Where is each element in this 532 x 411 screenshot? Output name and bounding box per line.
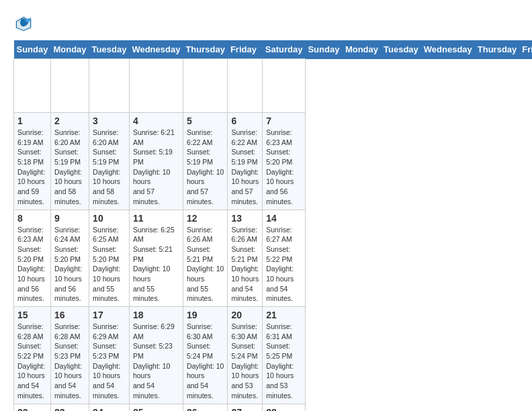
page-header: [13, 13, 519, 34]
calendar-cell: 15Sunrise: 6:28 AM Sunset: 5:22 PM Dayli…: [14, 307, 51, 404]
day-number: 1: [17, 116, 47, 126]
day-number: 4: [133, 116, 179, 126]
calendar-cell: 7Sunrise: 6:23 AM Sunset: 5:20 PM Daylig…: [263, 113, 306, 210]
calendar-cell: 16Sunrise: 6:28 AM Sunset: 5:23 PM Dayli…: [50, 307, 89, 404]
day-number: 19: [187, 310, 224, 320]
day-info: Sunrise: 6:28 AM Sunset: 5:23 PM Dayligh…: [54, 322, 85, 401]
day-number: 3: [93, 116, 126, 126]
calendar-cell: 2Sunrise: 6:20 AM Sunset: 5:19 PM Daylig…: [50, 113, 89, 210]
day-info: Sunrise: 6:25 AM Sunset: 5:20 PM Dayligh…: [93, 225, 126, 304]
calendar-cell: 12Sunrise: 6:26 AM Sunset: 5:21 PM Dayli…: [183, 210, 228, 307]
day-number: 22: [17, 407, 47, 412]
calendar-cell: 22Sunrise: 6:31 AM Sunset: 5:25 PM Dayli…: [14, 404, 51, 411]
day-number: 11: [133, 213, 179, 224]
calendar-cell: 17Sunrise: 6:29 AM Sunset: 5:23 PM Dayli…: [89, 307, 130, 404]
day-info: Sunrise: 6:28 AM Sunset: 5:22 PM Dayligh…: [17, 322, 47, 401]
day-number: 17: [93, 310, 126, 320]
calendar-cell: 21Sunrise: 6:31 AM Sunset: 5:25 PM Dayli…: [263, 307, 306, 404]
day-info: Sunrise: 6:29 AM Sunset: 5:23 PM Dayligh…: [93, 322, 126, 401]
day-number: 21: [266, 310, 302, 320]
calendar-cell: 28Sunrise: 6:34 AM Sunset: 5:29 PM Dayli…: [263, 404, 306, 411]
day-info: Sunrise: 6:20 AM Sunset: 5:19 PM Dayligh…: [93, 128, 126, 207]
week-row-4: 15Sunrise: 6:28 AM Sunset: 5:22 PM Dayli…: [14, 307, 533, 404]
calendar-cell: 6Sunrise: 6:22 AM Sunset: 5:19 PM Daylig…: [228, 113, 263, 210]
day-number: 2: [54, 116, 85, 126]
weekday-header-sunday: Sunday: [14, 40, 51, 59]
calendar-cell: 19Sunrise: 6:30 AM Sunset: 5:24 PM Dayli…: [183, 307, 228, 404]
calendar-cell: 5Sunrise: 6:22 AM Sunset: 5:19 PM Daylig…: [183, 113, 228, 210]
day-number: 5: [187, 116, 224, 126]
calendar-cell: 8Sunrise: 6:23 AM Sunset: 5:20 PM Daylig…: [14, 210, 51, 307]
weekday-header-tuesday: Tuesday: [381, 40, 421, 59]
week-row-2: 1Sunrise: 6:19 AM Sunset: 5:18 PM Daylig…: [14, 113, 533, 210]
weekday-header-friday: Friday: [228, 40, 263, 59]
calendar-cell: 25Sunrise: 6:33 AM Sunset: 5:27 PM Dayli…: [129, 404, 183, 411]
calendar-cell: 13Sunrise: 6:26 AM Sunset: 5:21 PM Dayli…: [228, 210, 263, 307]
day-number: 13: [231, 213, 259, 224]
weekday-header-wednesday: Wednesday: [421, 40, 475, 59]
day-number: 23: [54, 407, 85, 412]
calendar-cell: 23Sunrise: 6:32 AM Sunset: 5:26 PM Dayli…: [50, 404, 89, 411]
day-number: 6: [231, 116, 259, 126]
calendar-cell: 1Sunrise: 6:19 AM Sunset: 5:18 PM Daylig…: [14, 113, 51, 210]
calendar-cell: [263, 59, 306, 113]
calendar-cell: [89, 59, 130, 113]
calendar-cell: 14Sunrise: 6:27 AM Sunset: 5:22 PM Dayli…: [263, 210, 306, 307]
day-number: 27: [231, 407, 259, 412]
calendar-cell: 24Sunrise: 6:32 AM Sunset: 5:26 PM Dayli…: [89, 404, 130, 411]
week-row-1: [14, 59, 533, 113]
day-number: 20: [231, 310, 259, 320]
day-info: Sunrise: 6:24 AM Sunset: 5:20 PM Dayligh…: [54, 225, 85, 304]
day-info: Sunrise: 6:29 AM Sunset: 5:23 PM Dayligh…: [133, 322, 179, 401]
calendar-cell: 27Sunrise: 6:34 AM Sunset: 5:28 PM Dayli…: [228, 404, 263, 411]
day-number: 12: [187, 213, 224, 224]
day-number: 8: [17, 213, 47, 224]
calendar-cell: [129, 59, 183, 113]
day-number: 25: [133, 407, 179, 412]
header-row: SundayMondayTuesdayWednesdayThursdayFrid…: [14, 40, 533, 59]
weekday-header-sunday: Sunday: [305, 40, 342, 59]
weekday-header-wednesday: Wednesday: [129, 40, 183, 59]
calendar-cell: 11Sunrise: 6:25 AM Sunset: 5:21 PM Dayli…: [129, 210, 183, 307]
calendar-cell: 4Sunrise: 6:21 AM Sunset: 5:19 PM Daylig…: [129, 113, 183, 210]
weekday-header-thursday: Thursday: [183, 40, 228, 59]
day-number: 14: [266, 213, 302, 224]
weekday-header-saturday: Saturday: [263, 40, 306, 59]
day-info: Sunrise: 6:30 AM Sunset: 5:24 PM Dayligh…: [187, 322, 224, 401]
logo-icon: [13, 13, 34, 34]
day-info: Sunrise: 6:21 AM Sunset: 5:19 PM Dayligh…: [133, 128, 179, 207]
day-info: Sunrise: 6:31 AM Sunset: 5:25 PM Dayligh…: [266, 322, 302, 401]
calendar-cell: [14, 59, 51, 113]
weekday-header-friday: Friday: [519, 40, 532, 59]
calendar-cell: [228, 59, 263, 113]
calendar-cell: 18Sunrise: 6:29 AM Sunset: 5:23 PM Dayli…: [129, 307, 183, 404]
weekday-header-monday: Monday: [343, 40, 381, 59]
week-row-5: 22Sunrise: 6:31 AM Sunset: 5:25 PM Dayli…: [14, 404, 533, 411]
day-number: 7: [266, 116, 302, 126]
day-info: Sunrise: 6:27 AM Sunset: 5:22 PM Dayligh…: [266, 225, 302, 304]
day-info: Sunrise: 6:26 AM Sunset: 5:21 PM Dayligh…: [231, 225, 259, 304]
day-number: 26: [187, 407, 224, 412]
logo: [13, 13, 36, 34]
day-number: 18: [133, 310, 179, 320]
calendar-cell: [50, 59, 89, 113]
weekday-header-monday: Monday: [50, 40, 89, 59]
weekday-header-thursday: Thursday: [475, 40, 520, 59]
day-info: Sunrise: 6:22 AM Sunset: 5:19 PM Dayligh…: [231, 128, 259, 207]
week-row-3: 8Sunrise: 6:23 AM Sunset: 5:20 PM Daylig…: [14, 210, 533, 307]
calendar-cell: 20Sunrise: 6:30 AM Sunset: 5:24 PM Dayli…: [228, 307, 263, 404]
day-number: 15: [17, 310, 47, 320]
day-info: Sunrise: 6:26 AM Sunset: 5:21 PM Dayligh…: [187, 225, 224, 304]
day-number: 24: [93, 407, 126, 412]
day-number: 28: [266, 407, 302, 412]
day-info: Sunrise: 6:30 AM Sunset: 5:24 PM Dayligh…: [231, 322, 259, 401]
day-number: 9: [54, 213, 85, 224]
calendar-cell: 3Sunrise: 6:20 AM Sunset: 5:19 PM Daylig…: [89, 113, 130, 210]
calendar-cell: 10Sunrise: 6:25 AM Sunset: 5:20 PM Dayli…: [89, 210, 130, 307]
calendar-cell: 26Sunrise: 6:33 AM Sunset: 5:27 PM Dayli…: [183, 404, 228, 411]
day-info: Sunrise: 6:23 AM Sunset: 5:20 PM Dayligh…: [17, 225, 47, 304]
day-info: Sunrise: 6:22 AM Sunset: 5:19 PM Dayligh…: [187, 128, 224, 207]
day-number: 16: [54, 310, 85, 320]
day-info: Sunrise: 6:19 AM Sunset: 5:18 PM Dayligh…: [17, 128, 47, 207]
day-info: Sunrise: 6:23 AM Sunset: 5:20 PM Dayligh…: [266, 128, 302, 207]
